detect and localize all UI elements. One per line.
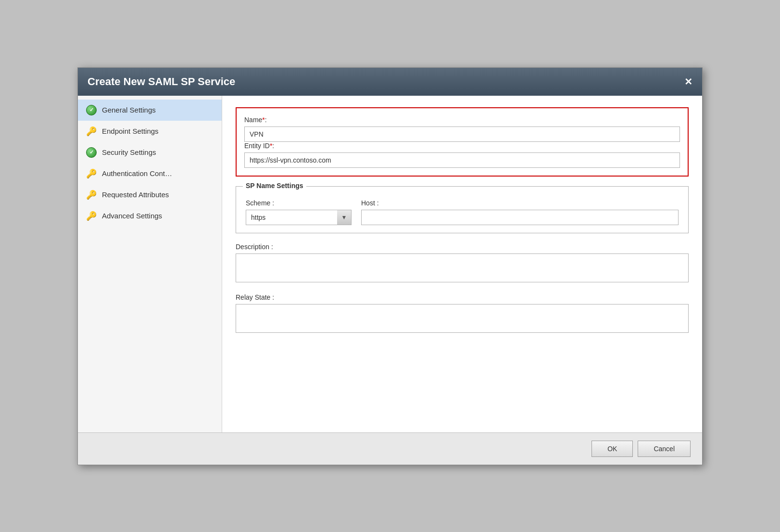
description-label: Description : [236,243,689,251]
sidebar-item-label: Advanced Settings [102,212,162,220]
sidebar-item-authentication-cont[interactable]: 🔑 Authentication Cont… [78,163,222,184]
highlighted-fields-section: Name*: Entity ID*: [236,107,689,177]
sidebar: General Settings 🔑 Endpoint Settings Sec… [78,96,222,432]
security-settings-icon [86,147,97,158]
general-settings-icon [86,104,97,116]
dialog-body: General Settings 🔑 Endpoint Settings Sec… [78,96,702,432]
authentication-cont-icon: 🔑 [86,168,97,179]
entity-id-input[interactable] [244,152,680,168]
sidebar-item-label: Requested Attributes [102,190,169,199]
sp-name-settings-section: SP Name Settings Scheme : https http ▼ [236,186,689,233]
sidebar-item-endpoint-settings[interactable]: 🔑 Endpoint Settings [78,121,222,142]
sidebar-item-requested-attributes[interactable]: 🔑 Requested Attributes [78,184,222,205]
main-content: Name*: Entity ID*: SP Name Settings [222,96,702,432]
scheme-host-row: Scheme : https http ▼ Host : [246,199,679,225]
sidebar-item-label: Security Settings [102,148,156,156]
host-field-group: Host : [361,199,679,225]
dialog-titlebar: Create New SAML SP Service ✕ [78,68,702,96]
advanced-settings-icon: 🔑 [86,210,97,222]
host-input[interactable] [361,210,679,225]
sidebar-item-security-settings[interactable]: Security Settings [78,142,222,163]
sp-name-settings-legend: SP Name Settings [243,182,306,190]
sidebar-item-label: Endpoint Settings [102,127,159,135]
scheme-select-wrapper: https http ▼ [246,210,352,225]
sidebar-item-general-settings[interactable]: General Settings [78,100,222,121]
name-field-group: Name*: [244,116,680,142]
ok-button[interactable]: OK [591,441,633,457]
dialog-title: Create New SAML SP Service [88,76,235,88]
cancel-button[interactable]: Cancel [638,441,691,457]
name-input[interactable] [244,127,680,142]
endpoint-settings-icon: 🔑 [86,126,97,137]
sidebar-item-label: General Settings [102,106,156,114]
sidebar-item-label: Authentication Cont… [102,169,172,177]
entity-id-field-group: Entity ID*: [244,142,680,168]
relay-state-field-group: Relay State : [236,293,689,334]
description-input[interactable] [236,253,689,282]
description-field-group: Description : [236,243,689,284]
close-button[interactable]: ✕ [684,77,692,87]
scheme-label: Scheme : [246,199,352,207]
sidebar-item-advanced-settings[interactable]: 🔑 Advanced Settings [78,205,222,227]
dialog-footer: OK Cancel [78,432,702,465]
requested-attributes-icon: 🔑 [86,189,97,201]
relay-state-input[interactable] [236,304,689,333]
entity-id-label: Entity ID*: [244,142,680,150]
relay-state-label: Relay State : [236,293,689,301]
scheme-select[interactable]: https http [246,210,352,225]
host-label: Host : [361,199,679,207]
create-saml-dialog: Create New SAML SP Service ✕ General Set… [77,67,703,465]
scheme-field-group: Scheme : https http ▼ [246,199,352,225]
name-label: Name*: [244,116,680,124]
